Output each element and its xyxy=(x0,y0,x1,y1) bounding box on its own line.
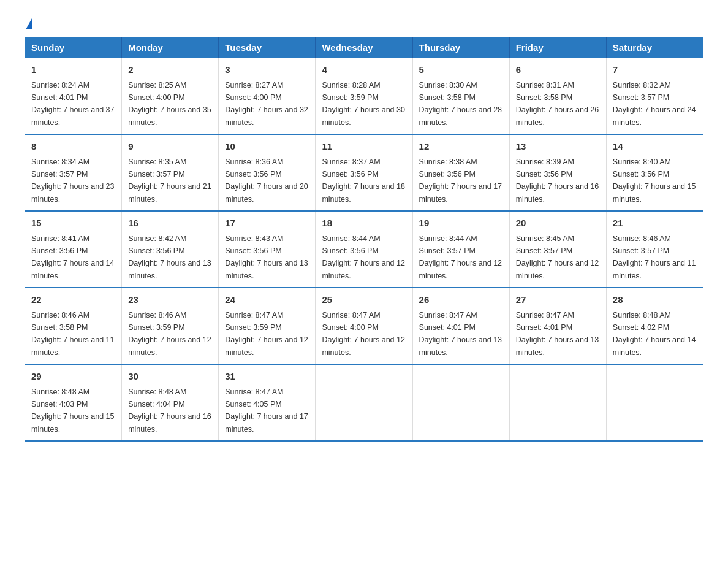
calendar-day-cell: 15Sunrise: 8:41 AMSunset: 3:56 PMDayligh… xyxy=(25,211,122,288)
day-number: 22 xyxy=(31,293,115,307)
day-info: Sunrise: 8:47 AMSunset: 4:01 PMDaylight:… xyxy=(516,311,599,357)
day-info: Sunrise: 8:45 AMSunset: 3:57 PMDaylight:… xyxy=(516,234,599,280)
day-info: Sunrise: 8:37 AMSunset: 3:56 PMDaylight:… xyxy=(322,158,405,204)
day-number: 11 xyxy=(322,140,406,154)
day-number: 9 xyxy=(128,140,212,154)
calendar-day-cell: 22Sunrise: 8:46 AMSunset: 3:58 PMDayligh… xyxy=(25,288,122,364)
logo xyxy=(25,18,32,25)
day-info: Sunrise: 8:47 AMSunset: 4:05 PMDaylight:… xyxy=(225,388,308,434)
calendar-day-cell xyxy=(316,364,412,441)
day-number: 15 xyxy=(31,216,115,231)
day-info: Sunrise: 8:31 AMSunset: 3:58 PMDaylight:… xyxy=(516,81,599,127)
day-info: Sunrise: 8:39 AMSunset: 3:56 PMDaylight:… xyxy=(516,158,599,204)
day-info: Sunrise: 8:40 AMSunset: 3:56 PMDaylight:… xyxy=(613,158,696,204)
day-number: 25 xyxy=(322,293,406,307)
calendar-day-cell xyxy=(412,364,509,441)
weekday-header-row: SundayMondayTuesdayWednesdayThursdayFrid… xyxy=(25,37,703,58)
day-info: Sunrise: 8:48 AMSunset: 4:02 PMDaylight:… xyxy=(613,311,696,357)
calendar-day-cell: 27Sunrise: 8:47 AMSunset: 4:01 PMDayligh… xyxy=(509,288,606,364)
calendar-week-row: 8Sunrise: 8:34 AMSunset: 3:57 PMDaylight… xyxy=(25,134,703,211)
calendar-day-cell xyxy=(509,364,606,441)
calendar-table: SundayMondayTuesdayWednesdayThursdayFrid… xyxy=(25,37,703,442)
logo-triangle-icon xyxy=(26,18,32,29)
day-number: 27 xyxy=(516,293,600,307)
calendar-day-cell: 31Sunrise: 8:47 AMSunset: 4:05 PMDayligh… xyxy=(219,364,316,441)
calendar-day-cell xyxy=(606,364,703,441)
day-info: Sunrise: 8:43 AMSunset: 3:56 PMDaylight:… xyxy=(225,234,308,280)
day-info: Sunrise: 8:42 AMSunset: 3:56 PMDaylight:… xyxy=(128,234,211,280)
day-number: 2 xyxy=(128,63,212,77)
calendar-day-cell: 16Sunrise: 8:42 AMSunset: 3:56 PMDayligh… xyxy=(122,211,219,288)
calendar-day-cell: 12Sunrise: 8:38 AMSunset: 3:56 PMDayligh… xyxy=(412,134,509,211)
day-number: 5 xyxy=(419,63,503,77)
calendar-day-cell: 26Sunrise: 8:47 AMSunset: 4:01 PMDayligh… xyxy=(412,288,509,364)
day-number: 30 xyxy=(128,370,212,384)
calendar-day-cell: 2Sunrise: 8:25 AMSunset: 4:00 PMDaylight… xyxy=(122,58,219,135)
day-number: 13 xyxy=(516,140,600,154)
calendar-day-cell: 17Sunrise: 8:43 AMSunset: 3:56 PMDayligh… xyxy=(219,211,316,288)
day-number: 28 xyxy=(613,293,697,307)
day-info: Sunrise: 8:44 AMSunset: 3:57 PMDaylight:… xyxy=(419,234,502,280)
weekday-header-wednesday: Wednesday xyxy=(316,37,412,58)
calendar-day-cell: 25Sunrise: 8:47 AMSunset: 4:00 PMDayligh… xyxy=(316,288,412,364)
calendar-week-row: 15Sunrise: 8:41 AMSunset: 3:56 PMDayligh… xyxy=(25,211,703,288)
calendar-day-cell: 28Sunrise: 8:48 AMSunset: 4:02 PMDayligh… xyxy=(606,288,703,364)
day-number: 16 xyxy=(128,216,212,231)
day-info: Sunrise: 8:46 AMSunset: 3:58 PMDaylight:… xyxy=(31,311,115,357)
day-number: 21 xyxy=(613,216,697,231)
calendar-day-cell: 19Sunrise: 8:44 AMSunset: 3:57 PMDayligh… xyxy=(412,211,509,288)
calendar-day-cell: 10Sunrise: 8:36 AMSunset: 3:56 PMDayligh… xyxy=(219,134,316,211)
calendar-day-cell: 29Sunrise: 8:48 AMSunset: 4:03 PMDayligh… xyxy=(25,364,122,441)
day-number: 24 xyxy=(225,293,309,307)
calendar-day-cell: 13Sunrise: 8:39 AMSunset: 3:56 PMDayligh… xyxy=(509,134,606,211)
day-number: 19 xyxy=(419,216,503,231)
calendar-day-cell: 14Sunrise: 8:40 AMSunset: 3:56 PMDayligh… xyxy=(606,134,703,211)
day-number: 7 xyxy=(613,63,697,77)
day-number: 10 xyxy=(225,140,309,154)
day-number: 12 xyxy=(419,140,503,154)
calendar-day-cell: 3Sunrise: 8:27 AMSunset: 4:00 PMDaylight… xyxy=(219,58,316,135)
day-info: Sunrise: 8:24 AMSunset: 4:01 PMDaylight:… xyxy=(31,81,115,127)
day-info: Sunrise: 8:25 AMSunset: 4:00 PMDaylight:… xyxy=(128,81,211,127)
day-info: Sunrise: 8:41 AMSunset: 3:56 PMDaylight:… xyxy=(31,234,115,280)
day-number: 31 xyxy=(225,370,309,384)
day-number: 1 xyxy=(31,63,115,77)
day-info: Sunrise: 8:44 AMSunset: 3:56 PMDaylight:… xyxy=(322,234,405,280)
day-number: 4 xyxy=(322,63,406,77)
day-info: Sunrise: 8:47 AMSunset: 3:59 PMDaylight:… xyxy=(225,311,308,357)
calendar-day-cell: 1Sunrise: 8:24 AMSunset: 4:01 PMDaylight… xyxy=(25,58,122,135)
day-info: Sunrise: 8:48 AMSunset: 4:04 PMDaylight:… xyxy=(128,388,211,434)
day-info: Sunrise: 8:30 AMSunset: 3:58 PMDaylight:… xyxy=(419,81,502,127)
day-info: Sunrise: 8:27 AMSunset: 4:00 PMDaylight:… xyxy=(225,81,308,127)
day-number: 26 xyxy=(419,293,503,307)
day-info: Sunrise: 8:32 AMSunset: 3:57 PMDaylight:… xyxy=(613,81,696,127)
calendar-day-cell: 18Sunrise: 8:44 AMSunset: 3:56 PMDayligh… xyxy=(316,211,412,288)
day-number: 14 xyxy=(613,140,697,154)
calendar-week-row: 1Sunrise: 8:24 AMSunset: 4:01 PMDaylight… xyxy=(25,58,703,135)
weekday-header-thursday: Thursday xyxy=(412,37,509,58)
day-info: Sunrise: 8:46 AMSunset: 3:57 PMDaylight:… xyxy=(613,234,696,280)
day-info: Sunrise: 8:48 AMSunset: 4:03 PMDaylight:… xyxy=(31,388,115,434)
day-number: 3 xyxy=(225,63,309,77)
calendar-day-cell: 30Sunrise: 8:48 AMSunset: 4:04 PMDayligh… xyxy=(122,364,219,441)
day-info: Sunrise: 8:46 AMSunset: 3:59 PMDaylight:… xyxy=(128,311,211,357)
weekday-header-friday: Friday xyxy=(509,37,606,58)
calendar-day-cell: 24Sunrise: 8:47 AMSunset: 3:59 PMDayligh… xyxy=(219,288,316,364)
page-header xyxy=(25,18,703,25)
day-number: 23 xyxy=(128,293,212,307)
day-number: 29 xyxy=(31,370,115,384)
day-number: 8 xyxy=(31,140,115,154)
day-number: 6 xyxy=(516,63,600,77)
weekday-header-monday: Monday xyxy=(122,37,219,58)
calendar-day-cell: 4Sunrise: 8:28 AMSunset: 3:59 PMDaylight… xyxy=(316,58,412,135)
day-info: Sunrise: 8:35 AMSunset: 3:57 PMDaylight:… xyxy=(128,158,211,204)
day-number: 20 xyxy=(516,216,600,231)
calendar-week-row: 22Sunrise: 8:46 AMSunset: 3:58 PMDayligh… xyxy=(25,288,703,364)
calendar-day-cell: 6Sunrise: 8:31 AMSunset: 3:58 PMDaylight… xyxy=(509,58,606,135)
weekday-header-tuesday: Tuesday xyxy=(219,37,316,58)
calendar-day-cell: 8Sunrise: 8:34 AMSunset: 3:57 PMDaylight… xyxy=(25,134,122,211)
calendar-day-cell: 9Sunrise: 8:35 AMSunset: 3:57 PMDaylight… xyxy=(122,134,219,211)
day-info: Sunrise: 8:34 AMSunset: 3:57 PMDaylight:… xyxy=(31,158,115,204)
day-info: Sunrise: 8:47 AMSunset: 4:01 PMDaylight:… xyxy=(419,311,502,357)
day-info: Sunrise: 8:28 AMSunset: 3:59 PMDaylight:… xyxy=(322,81,405,127)
